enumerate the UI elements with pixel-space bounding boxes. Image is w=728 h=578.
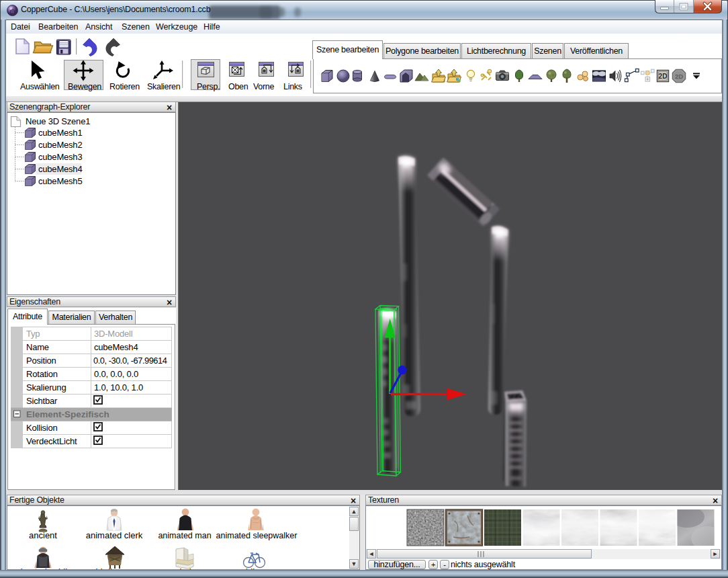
svg-text:Name: Name [26,342,49,352]
svg-text:Element-Spezifisch: Element-Spezifisch [26,409,109,419]
svg-text:cubeMesh4: cubeMesh4 [94,342,138,352]
svg-text:1.0, 10.0, 1.0: 1.0, 10.0, 1.0 [94,382,143,393]
svg-text:ancient: ancient [29,530,57,540]
svg-text:0.0, -30.0, -67.99614: 0.0, -30.0, -67.99614 [93,356,167,366]
svg-text:VerdecktLicht: VerdecktLicht [26,436,77,446]
svg-text:cubeMesh2: cubeMesh2 [38,140,82,150]
svg-text:Typ: Typ [26,329,40,339]
svg-text:Position: Position [26,356,56,366]
svg-text:0.0, 0.0, 0.0: 0.0, 0.0, 0.0 [94,369,138,379]
svg-text:2D: 2D [659,73,668,80]
svg-text:animated clerk: animated clerk [86,530,143,540]
svg-text:animated soldier: animated soldier [11,567,75,569]
svg-text:animated man: animated man [158,531,211,540]
svg-text:Sichtbar: Sichtbar [26,396,58,406]
svg-text:Neue 3D Szene1: Neue 3D Szene1 [26,116,90,126]
svg-text:chair: chair [175,567,195,569]
svg-text:2D: 2D [675,73,683,80]
svg-text:bike: bike [246,567,262,569]
svg-text:cubeMesh1: cubeMesh1 [38,128,82,138]
svg-text:animated sleepwalker: animated sleepwalker [216,531,298,540]
svg-text:Rotation: Rotation [26,369,58,379]
svg-text:Skalierung: Skalierung [26,382,66,393]
svg-text:birdhouse: birdhouse [95,567,134,569]
svg-text:Kollision: Kollision [26,423,58,433]
svg-text:cubeMesh5: cubeMesh5 [38,176,82,186]
svg-text:3D-Modell: 3D-Modell [94,329,133,339]
svg-text:cubeMesh4: cubeMesh4 [38,164,82,174]
svg-text:cubeMesh3: cubeMesh3 [38,152,82,162]
